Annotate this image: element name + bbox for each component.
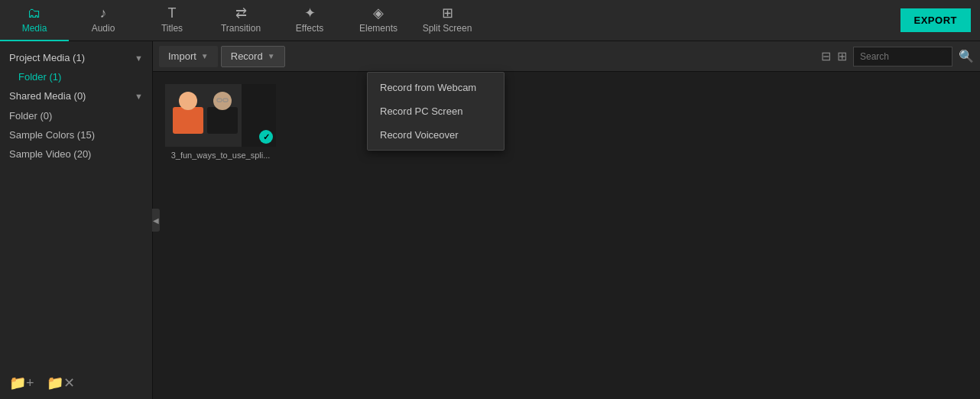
- folder-item[interactable]: Folder (1): [0, 68, 152, 86]
- shared-media-label: Shared Media (0): [9, 90, 86, 102]
- remove-folder-icon[interactable]: 📁✕: [47, 375, 75, 391]
- nav-split-screen-label: Split Screen: [423, 23, 472, 34]
- record-voiceover-item[interactable]: Record Voiceover: [368, 123, 504, 147]
- project-media-label: Project Media (1): [9, 52, 85, 63]
- record-button[interactable]: Record ▼: [221, 46, 285, 67]
- grid-icon[interactable]: ⊞: [837, 49, 847, 63]
- nav-transition[interactable]: ⇄ Transition: [206, 0, 275, 41]
- transition-icon: ⇄: [235, 6, 247, 20]
- media-item[interactable]: ✓ 3_fun_ways_to_use_spli...: [165, 84, 276, 160]
- elements-icon: ◈: [373, 6, 384, 20]
- sidebar: Project Media (1) ▼ Folder (1) Shared Me…: [0, 41, 153, 399]
- collapse-handle[interactable]: ◀: [152, 209, 160, 232]
- main-layout: Project Media (1) ▼ Folder (1) Shared Me…: [0, 41, 980, 399]
- nav-audio-label: Audio: [92, 23, 115, 34]
- nav-split-screen[interactable]: ⊞ Split Screen: [413, 0, 482, 41]
- nav-effects[interactable]: ✦ Effects: [275, 0, 344, 41]
- audio-icon: ♪: [100, 6, 107, 20]
- project-media-chevron: ▼: [135, 54, 143, 63]
- add-folder-icon[interactable]: 📁+: [9, 375, 34, 391]
- nav-transition-label: Transition: [221, 23, 261, 34]
- nav-elements[interactable]: ◈ Elements: [344, 0, 413, 41]
- shared-media-chevron: ▼: [135, 92, 143, 101]
- project-media-section: Project Media (1) ▼ Folder (1): [0, 47, 152, 86]
- svg-point-2: [179, 92, 197, 110]
- svg-rect-1: [173, 107, 203, 134]
- svg-rect-3: [207, 107, 238, 134]
- effects-icon: ✦: [304, 6, 316, 20]
- search-icon[interactable]: 🔍: [959, 49, 974, 63]
- export-button[interactable]: EXPORT: [900, 8, 971, 32]
- sample-colors-item[interactable]: Sample Colors (15): [0, 125, 152, 144]
- nav-titles[interactable]: T Titles: [138, 0, 206, 41]
- sidebar-bottom: 📁+ 📁✕: [0, 375, 152, 391]
- record-label: Record: [231, 50, 263, 62]
- nav-media[interactable]: 🗂 Media: [0, 0, 69, 41]
- media-grid: ✓ 3_fun_ways_to_use_spli...: [153, 72, 980, 399]
- record-webcam-item[interactable]: Record from Webcam: [368, 76, 504, 99]
- record-screen-item[interactable]: Record PC Screen: [368, 99, 504, 123]
- titles-icon: T: [168, 6, 177, 20]
- svg-point-4: [213, 92, 232, 110]
- media-thumbnail: ✓: [165, 84, 276, 147]
- nav-media-label: Media: [22, 23, 47, 34]
- toolbar-right: ⊟ ⊞ 🔍: [821, 47, 974, 66]
- shared-media-section: Shared Media (0) ▼ Folder (0): [0, 86, 152, 125]
- check-badge: ✓: [259, 130, 273, 144]
- folder2-item[interactable]: Folder (0): [0, 106, 152, 125]
- top-nav: 🗂 Media ♪ Audio T Titles ⇄ Transition ✦ …: [0, 0, 980, 41]
- nav-titles-label: Titles: [161, 23, 183, 34]
- shared-media-header[interactable]: Shared Media (0) ▼: [0, 86, 152, 106]
- nav-effects-label: Effects: [296, 23, 323, 34]
- record-dropdown: Record from Webcam Record PC Screen Reco…: [367, 72, 505, 151]
- import-label: Import: [168, 50, 196, 62]
- filter-icon[interactable]: ⊟: [821, 49, 831, 63]
- media-label: 3_fun_ways_to_use_spli...: [165, 151, 276, 160]
- content-area: Import ▼ Record ▼ ⊟ ⊞ 🔍 Record from Webc…: [153, 41, 980, 399]
- record-chevron: ▼: [268, 52, 275, 60]
- project-media-header[interactable]: Project Media (1) ▼: [0, 47, 152, 68]
- nav-audio[interactable]: ♪ Audio: [69, 0, 138, 41]
- import-chevron: ▼: [201, 52, 209, 60]
- split-screen-icon: ⊞: [442, 6, 453, 20]
- import-button[interactable]: Import ▼: [159, 46, 218, 67]
- search-input[interactable]: [853, 47, 952, 66]
- nav-elements-label: Elements: [359, 23, 398, 34]
- content-toolbar: Import ▼ Record ▼ ⊟ ⊞ 🔍: [153, 41, 980, 72]
- media-icon: 🗂: [28, 6, 41, 20]
- sample-video-item[interactable]: Sample Video (20): [0, 144, 152, 164]
